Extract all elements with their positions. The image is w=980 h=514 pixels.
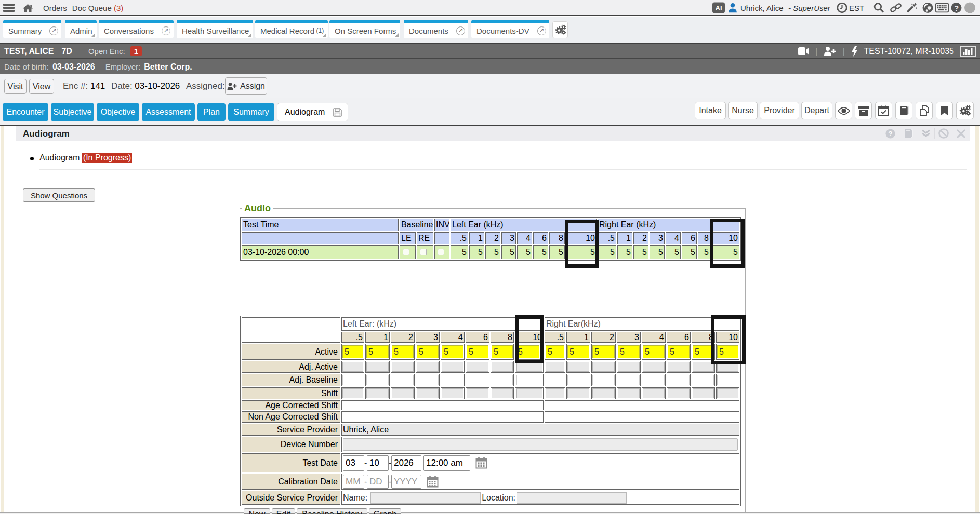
svg-text:?: ? <box>954 4 959 12</box>
svg-text:?: ? <box>888 130 892 138</box>
